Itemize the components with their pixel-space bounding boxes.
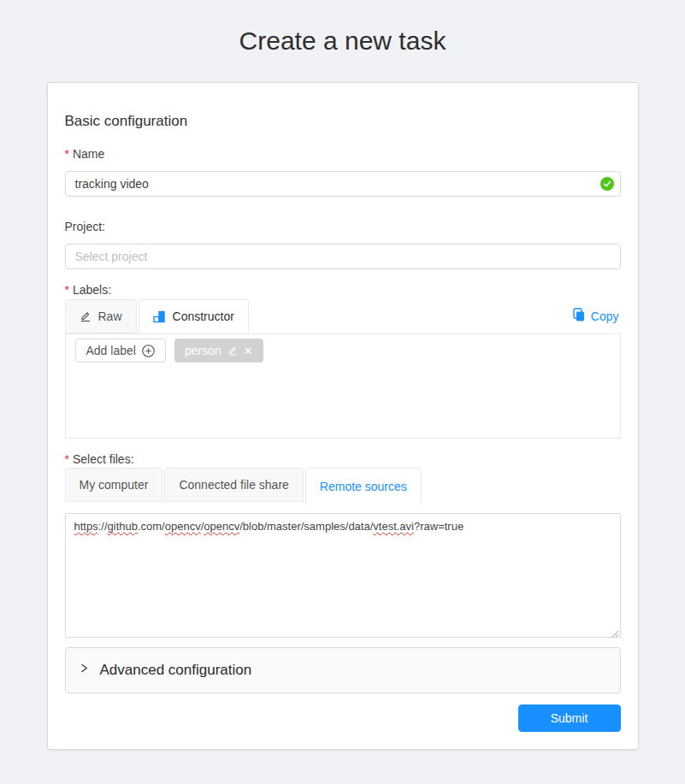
advanced-configuration-header[interactable]: Advanced configuration	[65, 647, 621, 693]
name-input-wrapper	[65, 171, 621, 197]
labels-tabs: Raw Constructor Copy	[65, 299, 621, 333]
tab-remote-sources[interactable]: Remote sources	[305, 468, 422, 505]
resize-handle-icon[interactable]	[610, 627, 619, 636]
select-files-tabs: My computer Connected file share Remote …	[65, 468, 621, 502]
label-tag-person[interactable]: person ✕	[174, 339, 263, 363]
tag-edit-icon[interactable]	[227, 345, 238, 356]
tab-remote-sources-label: Remote sources	[320, 480, 407, 493]
chevron-right-icon	[80, 663, 89, 674]
tab-connected-file-share-label: Connected file share	[179, 478, 288, 492]
tab-raw[interactable]: Raw	[65, 299, 137, 333]
tab-connected-file-share[interactable]: Connected file share	[164, 468, 303, 502]
submit-button[interactable]: Submit	[518, 704, 621, 732]
tab-constructor[interactable]: Constructor	[139, 299, 249, 333]
labels-label: *Labels:	[65, 283, 621, 297]
required-asterisk: *	[65, 147, 69, 161]
name-label: *Name	[65, 147, 621, 161]
edit-icon	[80, 310, 92, 322]
tab-my-computer[interactable]: My computer	[65, 468, 163, 502]
tag-close-icon[interactable]: ✕	[244, 345, 253, 357]
plus-circle-icon	[142, 345, 155, 357]
create-task-card: Basic configuration *Name Project: *Labe…	[47, 82, 639, 750]
copy-labels-button[interactable]: Copy	[573, 308, 619, 324]
add-label-button-text: Add label	[86, 344, 136, 357]
project-select-wrapper	[65, 244, 621, 269]
name-input[interactable]	[65, 171, 621, 197]
required-asterisk: *	[65, 283, 69, 297]
advanced-configuration-label: Advanced configuration	[100, 662, 252, 679]
copy-label: Copy	[591, 309, 619, 323]
project-select[interactable]	[65, 244, 621, 269]
tab-my-computer-label: My computer	[80, 478, 149, 492]
tab-constructor-label: Constructor	[173, 309, 234, 323]
select-files-label-text: Select files:	[73, 452, 134, 466]
required-asterisk: *	[65, 452, 69, 466]
build-icon	[153, 310, 166, 323]
tab-raw-label: Raw	[98, 309, 122, 323]
project-label: Project:	[65, 220, 621, 233]
label-tag-name: person	[185, 344, 221, 357]
labels-label-text: Labels:	[73, 283, 111, 297]
basic-configuration-title: Basic configuration	[65, 111, 621, 132]
select-files-label: *Select files:	[65, 452, 621, 466]
submit-row: Submit	[65, 704, 621, 732]
add-label-button[interactable]: Add label	[75, 339, 166, 363]
check-circle-icon	[600, 177, 614, 191]
name-label-text: Name	[73, 147, 104, 161]
page-title: Create a new task	[0, 0, 685, 60]
labels-constructor-panel: Add label person ✕	[65, 333, 621, 439]
remote-urls-textarea[interactable]: https://github.com/opencv/opencv/blob/ma…	[65, 513, 621, 638]
copy-icon	[573, 308, 585, 324]
